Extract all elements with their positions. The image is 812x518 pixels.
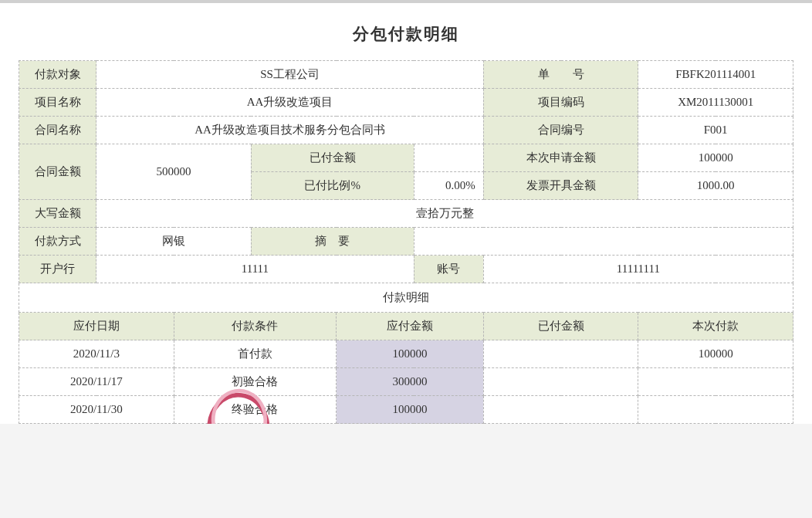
value-pay-method: 网银 (96, 228, 252, 256)
cell-due-amount: 100000 (337, 396, 484, 424)
value-payee: SS工程公司 (96, 61, 483, 89)
value-capital-amount: 壹拾万元整 (96, 200, 793, 228)
col-this-pay: 本次付款 (638, 313, 793, 340)
label-contract-no: 合同编号 (483, 117, 638, 144)
cell-condition: 终验合格 (174, 396, 337, 424)
row-project: 项目名称 AA升级改造项目 项目编码 XM2011130001 (19, 89, 793, 117)
value-invoice-amount: 1000.00 (638, 172, 793, 200)
header-form-table: 付款对象 SS工程公司 单 号 FBFK201114001 项目名称 AA升级改… (19, 60, 793, 424)
value-contract-amount: 500000 (96, 144, 252, 200)
label-bank: 开户行 (19, 256, 96, 283)
row-capital: 大写金额 壹拾万元整 (19, 200, 793, 228)
label-paid-ratio: 已付比例% (251, 172, 414, 200)
cell-due-amount: 100000 (337, 340, 484, 368)
label-bill-no: 单 号 (483, 61, 638, 89)
cell-this-pay: 100000 (638, 340, 793, 368)
value-contract-no: F001 (638, 117, 793, 144)
row-contract: 合同名称 AA升级改造项目技术服务分包合同书 合同编号 F001 (19, 117, 793, 144)
label-contract-amount: 合同金额 (19, 144, 96, 200)
label-account: 账号 (414, 256, 483, 283)
label-project-code: 项目编码 (483, 89, 638, 117)
document-sheet: 分包付款明细 付款对象 SS工程公司 单 号 FBFK201114001 项目名… (0, 3, 812, 424)
value-summary (414, 228, 793, 256)
value-project-name: AA升级改造项目 (96, 89, 483, 117)
label-invoice-amount: 发票开具金额 (483, 172, 638, 200)
label-summary: 摘 要 (251, 228, 414, 256)
value-contract-name: AA升级改造项目技术服务分包合同书 (96, 117, 483, 144)
label-capital-amount: 大写金额 (19, 200, 96, 228)
cell-this-pay (638, 396, 793, 424)
label-contract-name: 合同名称 (19, 117, 96, 144)
label-pay-method: 付款方式 (19, 228, 96, 256)
value-paid-ratio: 0.00% (414, 172, 483, 200)
row-detail-headers: 应付日期 付款条件 应付金额 已付金额 本次付款 (19, 313, 793, 340)
value-bank: 11111 (96, 256, 414, 283)
cell-due-date: 2020/11/17 (19, 368, 174, 396)
cell-due-date: 2020/11/30 (19, 396, 174, 424)
page-title: 分包付款明细 (19, 23, 793, 45)
cell-condition: 首付款 (174, 340, 337, 368)
label-paid-amount: 已付金额 (251, 144, 414, 172)
cell-due-date: 2020/11/3 (19, 340, 174, 368)
cell-this-pay (638, 368, 793, 396)
row-bank: 开户行 11111 账号 11111111 (19, 256, 793, 283)
value-paid-amount (414, 144, 483, 172)
cell-condition: 初验合格 (174, 368, 337, 396)
cell-paid-amount (483, 340, 638, 368)
row-payee: 付款对象 SS工程公司 单 号 FBFK201114001 (19, 61, 793, 89)
row-paymethod: 付款方式 网银 摘 要 (19, 228, 793, 256)
label-project-name: 项目名称 (19, 89, 96, 117)
table-row: 2020/11/30 终验合格 100000 (19, 396, 793, 424)
value-project-code: XM2011130001 (638, 89, 793, 117)
value-bill-no: FBFK201114001 (638, 61, 793, 89)
label-this-apply-amount: 本次申请金额 (483, 144, 638, 172)
row-amount-1: 合同金额 500000 已付金额 本次申请金额 100000 (19, 144, 793, 172)
table-row: 2020/11/17 初验合格 300000 (19, 368, 793, 396)
label-payee: 付款对象 (19, 61, 96, 89)
cell-paid-amount (483, 368, 638, 396)
detail-section-title: 付款明细 (19, 283, 793, 313)
col-due-amount: 应付金额 (337, 313, 484, 340)
row-detail-title: 付款明细 (19, 283, 793, 313)
col-paid-amount: 已付金额 (483, 313, 638, 340)
cell-paid-amount (483, 396, 638, 424)
value-account: 11111111 (483, 256, 793, 283)
col-condition: 付款条件 (174, 313, 337, 340)
table-row: 2020/11/3 首付款 100000 100000 (19, 340, 793, 368)
value-this-apply-amount: 100000 (638, 144, 793, 172)
cell-due-amount: 300000 (337, 368, 484, 396)
col-due-date: 应付日期 (19, 313, 174, 340)
